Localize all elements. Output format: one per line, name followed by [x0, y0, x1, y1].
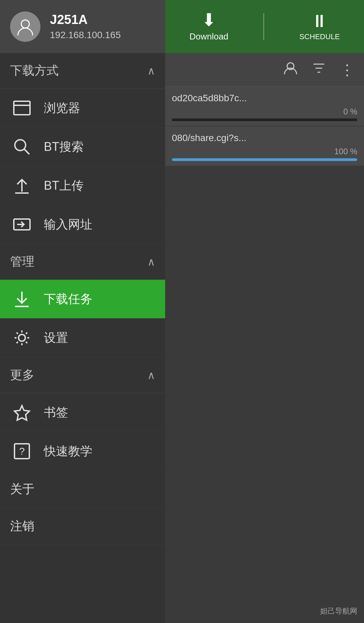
menu-logout[interactable]: 注销 [0, 508, 165, 545]
bt-search-icon [10, 135, 34, 159]
user-ip: 192.168.100.165 [50, 30, 121, 40]
chevron-up-icon: ∧ [147, 64, 155, 77]
avatar [10, 11, 40, 42]
username: J251A [50, 12, 121, 27]
section-more[interactable]: 更多 ∧ [0, 357, 165, 393]
download-tab[interactable]: ⬇ Download [189, 11, 229, 42]
download-item-2-name: 080/share.cgi?s... [172, 133, 357, 143]
download-item-1-name: od20ca5d8bb7c... [172, 93, 357, 104]
download-item-1-percent: 0 % [172, 107, 357, 116]
svg-rect-2 [14, 101, 30, 115]
bt-search-label: BT搜索 [44, 139, 84, 155]
download-task-label: 下载任务 [44, 291, 92, 307]
settings-icon [10, 326, 34, 350]
menu-settings[interactable]: 设置 [0, 319, 165, 357]
tab-divider [263, 13, 264, 40]
bt-upload-label: BT上传 [44, 178, 84, 194]
menu-quick-tutorial[interactable]: ? 快速教学 [0, 432, 165, 471]
top-bar: ⬇ Download ⏸ SCHEDULE [165, 0, 364, 53]
quick-tutorial-label: 快速教学 [44, 443, 92, 460]
download-item-1[interactable]: od20ca5d8bb7c... 0 % [165, 87, 364, 127]
section-download-method-label: 下载方式 [10, 62, 59, 79]
drawer: J251A 192.168.100.165 下载方式 ∧ 浏览器 BT搜索 [0, 0, 165, 623]
logout-label: 注销 [10, 519, 34, 533]
browser-label: 浏览器 [44, 100, 80, 116]
quick-tutorial-icon: ? [10, 439, 34, 463]
watermark: 妲己导航网 [320, 606, 357, 616]
section-manage-label: 管理 [10, 253, 34, 270]
about-label: 关于 [10, 482, 34, 496]
svg-point-1 [21, 20, 29, 28]
download-item-2-progress-fill [172, 158, 357, 161]
menu-input-url[interactable]: 输入网址 [0, 205, 165, 244]
section-more-label: 更多 [10, 367, 34, 383]
bookmarks-label: 书签 [44, 404, 68, 421]
bookmarks-icon [10, 401, 34, 424]
svg-point-14 [19, 334, 25, 341]
browser-icon [10, 96, 34, 120]
download-item-2-progress-bg [172, 158, 357, 161]
filter-icon[interactable] [311, 60, 326, 80]
svg-line-7 [24, 149, 29, 154]
download-item-2[interactable]: 080/share.cgi?s... 100 % [165, 127, 364, 166]
menu-bt-search[interactable]: BT搜索 [0, 128, 165, 166]
schedule-icon: ⏸ [311, 12, 328, 30]
schedule-tab[interactable]: ⏸ SCHEDULE [299, 12, 340, 41]
more-options-icon[interactable]: ⋮ [340, 61, 354, 78]
settings-label: 设置 [44, 330, 68, 346]
svg-text:?: ? [19, 445, 25, 457]
user-header: J251A 192.168.100.165 [0, 0, 165, 53]
user-info: J251A 192.168.100.165 [50, 12, 121, 40]
toolbar: ⋮ [165, 53, 364, 87]
input-url-label: 输入网址 [44, 216, 92, 233]
download-area: od20ca5d8bb7c... 0 % 080/share.cgi?s... … [165, 87, 364, 166]
download-label: Download [189, 31, 229, 42]
download-task-icon [10, 287, 34, 311]
input-url-icon [10, 213, 34, 236]
download-item-2-percent: 100 % [172, 147, 357, 156]
menu-bookmarks[interactable]: 书签 [0, 393, 165, 432]
section-download-method[interactable]: 下载方式 ∧ [0, 53, 165, 89]
menu-about[interactable]: 关于 [0, 471, 165, 508]
user-filter-icon[interactable] [283, 60, 298, 80]
menu-download-task[interactable]: 下载任务 [0, 280, 165, 319]
manage-chevron-up-icon: ∧ [147, 255, 155, 268]
download-item-1-progress-bg [172, 118, 357, 121]
schedule-label: SCHEDULE [299, 32, 340, 41]
more-chevron-up-icon: ∧ [147, 369, 155, 382]
section-manage[interactable]: 管理 ∧ [0, 244, 165, 280]
menu-bt-upload[interactable]: BT上传 [0, 166, 165, 205]
menu-browser[interactable]: 浏览器 [0, 89, 165, 128]
svg-marker-15 [14, 406, 29, 420]
download-icon: ⬇ [202, 11, 216, 29]
bt-upload-icon [10, 174, 34, 197]
